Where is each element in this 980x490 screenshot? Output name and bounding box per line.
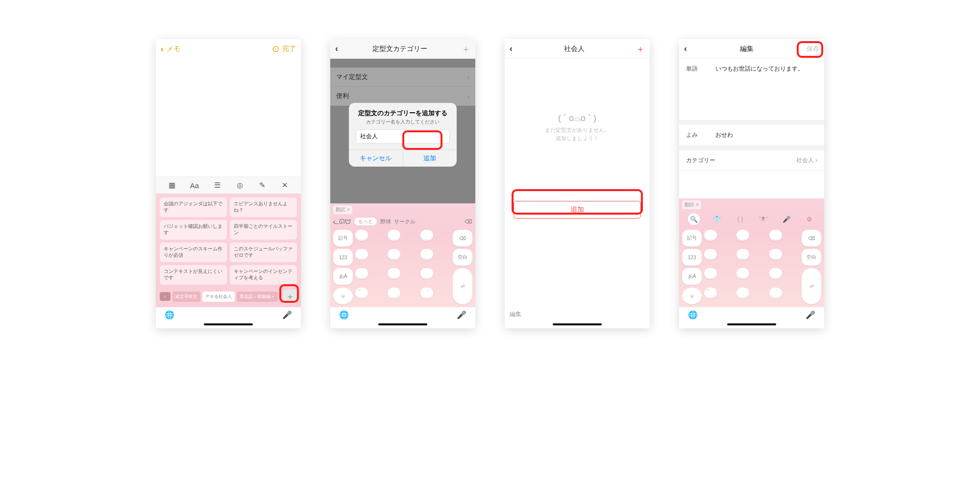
camera-icon[interactable]: ◎ (234, 180, 245, 191)
key-blank[interactable]: 🍡 (704, 288, 717, 298)
key-enter[interactable]: ⏎ (453, 268, 472, 304)
suggestion[interactable]: エビデンスありませんよね？ (230, 197, 297, 217)
key-kigou[interactable]: 記号 (333, 230, 353, 246)
key-enter[interactable]: ⏎ (802, 268, 821, 304)
key-ma[interactable]: ま (355, 268, 368, 279)
grid-icon[interactable]: ▦ (167, 180, 177, 191)
suggestion[interactable]: 会議のアジェンダは以下です (160, 197, 227, 217)
key-na[interactable]: な (736, 249, 749, 260)
key-123[interactable]: 123 (333, 249, 353, 266)
translate-button[interactable]: 翻訳 > (333, 205, 352, 214)
suggestion[interactable]: バジェット確認お願いします (160, 220, 227, 240)
edit-button[interactable]: 編集 (505, 305, 650, 323)
suggestion[interactable]: コンテキストが見えにくいです (160, 265, 227, 285)
suggestion[interactable]: 四半期ごとのマイルストーン (230, 220, 297, 240)
suggestion[interactable]: キャンペーンのインセンティブを考える (230, 265, 297, 285)
add-confirm-button[interactable]: 追加 (403, 150, 457, 167)
more-button[interactable]: もっと (354, 217, 377, 226)
add-category-button[interactable]: ＋ (283, 290, 297, 303)
key-kigou[interactable]: 記号 (682, 230, 702, 246)
key-sa[interactable]: さ (420, 230, 433, 241)
key-na[interactable]: な (388, 249, 400, 260)
key-del[interactable]: ⌫ (453, 230, 472, 246)
key-ra[interactable]: ら (420, 268, 433, 279)
page-title: 編集 (687, 45, 807, 53)
bear-icon[interactable]: ᵔᴥᵔ (758, 213, 769, 225)
word-input[interactable]: いつもお世話になっております。 (715, 65, 804, 73)
dialog-title: 定型文のカテゴリーを追加する (349, 103, 457, 118)
gear-icon[interactable]: ⚙ (804, 213, 815, 225)
globe-icon[interactable]: 🌐 (339, 310, 349, 319)
screen-4-edit: ‹ 編集 保存 単語 いつもお世話になっております。 よみ おせわ カテゴリー … (679, 39, 824, 328)
add-button[interactable]: ＋ (636, 43, 645, 55)
empty-state: ( ´ o⌓o ` ) まだ定型文がありません。 追加しましょう！ (505, 59, 650, 197)
key-ha[interactable]: は (420, 249, 433, 260)
back-button[interactable]: ‹メモ (161, 44, 180, 54)
suggestion[interactable]: キャンペーンのスキーム作りが必須 (160, 243, 227, 262)
mic-icon[interactable]: 🎤 (457, 310, 466, 319)
tab-emoji[interactable]: 絵文字吹き (172, 292, 200, 302)
suggestion[interactable]: このスケジュールバッファゼロです (230, 243, 297, 262)
key-blank2[interactable]: 🧋 (420, 288, 433, 298)
tab-active[interactable]: デキる社会人 (202, 292, 235, 302)
key-blank[interactable]: 🍡 (355, 288, 368, 298)
globe-icon[interactable]: 🌐 (688, 310, 698, 319)
key-ma[interactable]: ま (704, 268, 717, 279)
keyboard-suggestions: 会議のアジェンダは以下です エビデンスありませんよね？ バジェット確認お願いしま… (156, 194, 301, 307)
key-ta[interactable]: た (704, 249, 717, 260)
key-emoji[interactable]: ☺ (682, 288, 702, 304)
suggestion-word[interactable]: 野球 (380, 218, 391, 225)
done-button[interactable]: 完了 (282, 45, 296, 53)
key-a[interactable]: あ (355, 230, 368, 241)
mic-icon[interactable]: 🎤 (806, 310, 815, 319)
yomi-input[interactable]: おせわ (715, 131, 733, 139)
pencil-icon[interactable]: ✎ (257, 180, 268, 191)
key-space[interactable]: 空白 (802, 249, 821, 266)
key-ka[interactable]: か (736, 230, 749, 241)
key-aA[interactable]: あA (333, 268, 353, 285)
globe-icon[interactable]: 🌐 (165, 310, 174, 319)
key-ka[interactable]: か (388, 230, 400, 241)
kb-suggestion-strip: ᓚᘏᗢ もっと 野球 サークル ⌫ (330, 216, 475, 227)
brackets-icon[interactable]: ⟨ ⟩ (734, 213, 746, 225)
key-ha[interactable]: は (769, 249, 782, 260)
add-category-dialog: 定型文のカテゴリーを追加する カテゴリー名を入力してください 社会人 キャンセル… (349, 103, 457, 167)
key-wa[interactable]: わ (736, 288, 749, 298)
key-123[interactable]: 123 (682, 249, 702, 266)
key-sa[interactable]: さ (769, 230, 782, 241)
save-button[interactable]: 保存 (807, 45, 819, 53)
home-indicator (204, 323, 253, 325)
add-button[interactable]: ＋ (462, 43, 470, 55)
dialog-subtitle: カテゴリー名を入力してください (349, 118, 457, 129)
list-icon[interactable]: ☰ (212, 180, 222, 191)
key-a[interactable]: あ (704, 230, 717, 241)
search-icon[interactable]: 🔍 (688, 213, 700, 225)
aa-icon[interactable]: Aa (189, 180, 200, 191)
mic-icon[interactable]: 🎤 (781, 213, 792, 225)
translate-button[interactable]: 翻訳 > (682, 200, 701, 209)
suggestion-word[interactable]: サークル (394, 218, 416, 225)
cancel-button[interactable]: キャンセル (349, 150, 403, 167)
add-phrase-button[interactable]: 追加 (514, 201, 641, 219)
key-emoji[interactable]: ☺ (333, 288, 353, 304)
key-space[interactable]: 空白 (453, 249, 472, 266)
format-toolbar: ▦ Aa ☰ ◎ ✎ ✕ (156, 176, 301, 194)
shirt-icon[interactable]: 👕 (711, 213, 723, 225)
tab-pink[interactable]: 英会話＜初級編＞ (237, 292, 278, 302)
empty-text: まだ定型文がありません。 (545, 126, 610, 134)
key-ya[interactable]: や (736, 268, 749, 279)
key-del[interactable]: ⌫ (802, 230, 821, 246)
back-tab[interactable]: ‹ (160, 292, 171, 301)
category-row[interactable]: カテゴリー 社会人 › (679, 150, 824, 171)
key-wa[interactable]: わ (388, 288, 400, 298)
kb-toolbar: 🔍 👕 ⟨ ⟩ ᵔᴥᵔ 🎤 ⚙ (679, 211, 824, 227)
key-ya[interactable]: や (388, 268, 400, 279)
close-icon[interactable]: ✕ (279, 180, 290, 191)
key-aA[interactable]: あA (682, 268, 702, 285)
key-ra[interactable]: ら (769, 268, 782, 279)
key-ta[interactable]: た (355, 249, 368, 260)
category-name-input[interactable]: 社会人 (356, 129, 450, 144)
mic-icon[interactable]: 🎤 (282, 310, 292, 319)
key-blank2[interactable]: 🧋 (769, 288, 782, 298)
more-icon[interactable]: ⊙ (272, 44, 279, 54)
